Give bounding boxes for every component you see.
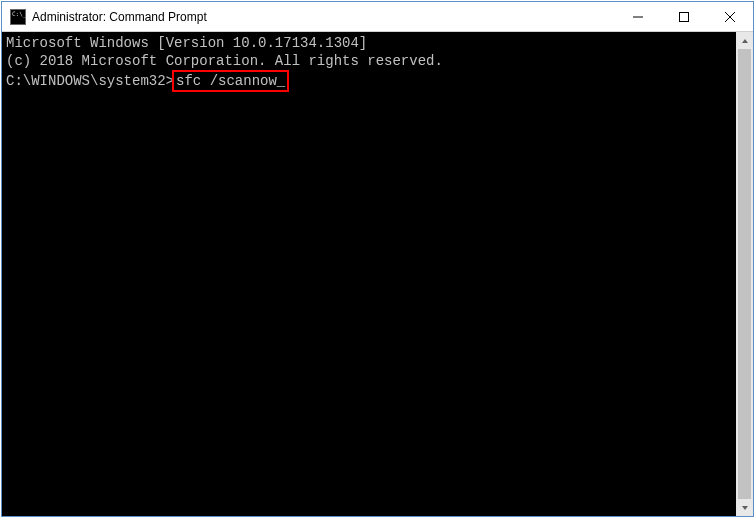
terminal-prompt-line: C:\WINDOWS\system32>sfc /scannow_ bbox=[6, 70, 732, 92]
terminal-area: Microsoft Windows [Version 10.0.17134.13… bbox=[2, 32, 753, 516]
window-controls bbox=[615, 2, 753, 31]
chevron-down-icon bbox=[741, 504, 749, 512]
svg-rect-1 bbox=[680, 12, 689, 21]
svg-marker-4 bbox=[742, 39, 748, 43]
prompt-text: C:\WINDOWS\system32> bbox=[6, 73, 174, 89]
cmd-icon bbox=[10, 9, 26, 25]
cursor: _ bbox=[277, 72, 285, 90]
vertical-scrollbar[interactable] bbox=[736, 32, 753, 516]
scroll-track[interactable] bbox=[736, 49, 753, 499]
chevron-up-icon bbox=[741, 37, 749, 45]
window-title: Administrator: Command Prompt bbox=[32, 10, 615, 24]
minimize-icon bbox=[633, 12, 643, 22]
command-text: sfc /scannow bbox=[176, 73, 277, 89]
command-highlight: sfc /scannow_ bbox=[172, 70, 289, 92]
close-button[interactable] bbox=[707, 2, 753, 31]
svg-marker-5 bbox=[742, 506, 748, 510]
scroll-thumb[interactable] bbox=[738, 49, 751, 499]
maximize-button[interactable] bbox=[661, 2, 707, 31]
minimize-button[interactable] bbox=[615, 2, 661, 31]
maximize-icon bbox=[679, 12, 689, 22]
terminal-line: Microsoft Windows [Version 10.0.17134.13… bbox=[6, 34, 732, 52]
titlebar[interactable]: Administrator: Command Prompt bbox=[2, 2, 753, 32]
terminal-content[interactable]: Microsoft Windows [Version 10.0.17134.13… bbox=[2, 32, 736, 516]
close-icon bbox=[725, 12, 735, 22]
terminal-line: (c) 2018 Microsoft Corporation. All righ… bbox=[6, 52, 732, 70]
scroll-up-button[interactable] bbox=[736, 32, 753, 49]
scroll-down-button[interactable] bbox=[736, 499, 753, 516]
command-prompt-window: Administrator: Command Prompt Microsoft … bbox=[1, 1, 754, 517]
